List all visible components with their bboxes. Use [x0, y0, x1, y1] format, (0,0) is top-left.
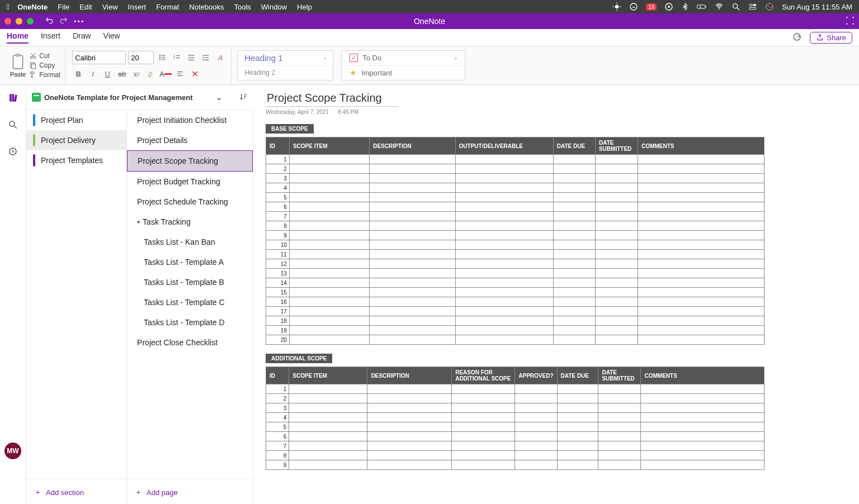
window-zoom-button[interactable] — [27, 18, 34, 25]
menubar-item-window[interactable]: Window — [261, 3, 287, 11]
tag-important[interactable]: Important — [361, 69, 392, 77]
table-row[interactable]: 14 — [266, 278, 764, 288]
styles-gallery[interactable]: Heading 1› Heading 2 — [237, 50, 333, 80]
italic-button[interactable]: I — [87, 68, 99, 80]
clear-formatting-button[interactable]: A — [214, 51, 226, 64]
page-canvas[interactable]: ▸ Project Scope Tracking Wednesday, Apri… — [253, 85, 859, 504]
font-family-select[interactable] — [72, 51, 126, 64]
share-button[interactable]: Share — [810, 32, 852, 44]
page-item[interactable]: Project Details — [127, 130, 253, 150]
indent-button[interactable] — [200, 51, 212, 64]
outdent-button[interactable] — [185, 51, 197, 64]
menubar-item-file[interactable]: File — [58, 3, 69, 11]
underline-button[interactable]: U — [101, 68, 114, 80]
notebook-header[interactable]: OneNote Template for Project Management … — [26, 85, 253, 110]
menubar-item-tools[interactable]: Tools — [234, 3, 251, 11]
control-center-icon[interactable] — [748, 2, 757, 11]
style-heading2[interactable]: Heading 2 — [244, 69, 275, 77]
siri-icon[interactable] — [765, 2, 774, 11]
table-row[interactable]: 18 — [266, 316, 764, 326]
table-row[interactable]: 7 — [266, 441, 764, 451]
menubar-item-insert[interactable]: Insert — [128, 3, 147, 11]
table-row[interactable]: 9 — [266, 231, 764, 240]
avatar[interactable]: MW — [4, 443, 21, 459]
add-page-button[interactable]: ＋Add page — [127, 479, 253, 504]
style-heading1[interactable]: Heading 1 — [244, 53, 282, 63]
page-item[interactable]: Tasks List - Kan Ban — [127, 232, 253, 252]
menubar-item-format[interactable]: Format — [156, 3, 179, 11]
window-minimize-button[interactable] — [16, 18, 22, 25]
collapse-caret-icon[interactable]: ▾ — [137, 218, 140, 226]
bold-button[interactable]: B — [72, 68, 84, 80]
notebooks-icon[interactable] — [6, 91, 20, 105]
table-row[interactable]: 5 — [266, 193, 764, 202]
page-item[interactable]: Project Budget Tracking — [127, 172, 253, 192]
page-item[interactable]: Project Scope Tracking — [127, 150, 253, 172]
cut-button[interactable]: Cut — [29, 52, 60, 60]
fullscreen-toggle-icon[interactable] — [846, 16, 855, 27]
table-row[interactable]: 16 — [266, 297, 764, 307]
page-item[interactable]: Tasks List - Template B — [127, 272, 253, 292]
page-title[interactable]: Project Scope Tracking — [266, 92, 399, 107]
sort-icon[interactable] — [239, 92, 248, 103]
notebook-chevron-icon[interactable]: ⌄ — [216, 93, 222, 102]
table-row[interactable]: 6 — [266, 202, 764, 212]
table-row[interactable]: 8 — [266, 451, 764, 460]
search-icon[interactable] — [6, 117, 20, 132]
highlight-button[interactable] — [145, 68, 157, 80]
page-item[interactable]: Tasks List - Template D — [127, 312, 253, 332]
recent-icon[interactable] — [6, 144, 20, 159]
bullets-button[interactable] — [156, 51, 168, 64]
section-item[interactable]: Project Plan — [26, 110, 126, 130]
table-row[interactable]: 10 — [266, 240, 764, 250]
table-row[interactable]: 1 — [266, 384, 764, 394]
additional-scope-table[interactable]: IDSCOPE ITEMDESCRIPTIONREASON FOR ADDITI… — [266, 367, 764, 470]
apple-icon[interactable]:  — [7, 2, 10, 11]
undo-button[interactable] — [45, 16, 54, 27]
table-row[interactable]: 13 — [266, 269, 764, 278]
table-row[interactable]: 4 — [266, 413, 764, 422]
align-button[interactable] — [174, 68, 186, 80]
table-row[interactable]: 4 — [266, 183, 764, 193]
page-item[interactable]: Tasks List - Template A — [127, 252, 253, 272]
status-icon-1[interactable] — [612, 2, 621, 11]
ribbon-tab-insert[interactable]: Insert — [41, 31, 60, 44]
status-record-icon[interactable] — [664, 2, 673, 11]
menubar-clock[interactable]: Sun Aug 15 11:55 AM — [782, 3, 852, 11]
subscript-button[interactable]: x2 — [130, 68, 143, 80]
ribbon-tab-draw[interactable]: Draw — [73, 31, 91, 44]
table-row[interactable]: 2 — [266, 394, 764, 403]
sync-icon[interactable] — [792, 32, 802, 44]
table-row[interactable]: 3 — [266, 403, 764, 413]
table-row[interactable]: 9 — [266, 460, 764, 470]
menubar-app-name[interactable]: OneNote — [17, 3, 48, 11]
table-row[interactable]: 8 — [266, 221, 764, 231]
table-row[interactable]: 7 — [266, 212, 764, 221]
table-row[interactable]: 3 — [266, 174, 764, 183]
redo-button[interactable] — [59, 16, 68, 27]
ribbon-tab-view[interactable]: View — [103, 31, 120, 44]
window-close-button[interactable] — [4, 18, 11, 25]
section-item[interactable]: Project Templates — [26, 150, 126, 170]
menubar-item-edit[interactable]: Edit — [79, 3, 92, 11]
battery-icon[interactable] — [697, 2, 707, 12]
numbering-button[interactable]: 12 — [171, 51, 183, 64]
table-row[interactable]: 2 — [266, 164, 764, 174]
delete-button[interactable]: ✕ — [188, 68, 201, 80]
menubar-item-notebooks[interactable]: Notebooks — [189, 3, 224, 11]
menubar-item-help[interactable]: Help — [297, 3, 312, 11]
font-size-select[interactable] — [128, 51, 154, 64]
base-scope-table[interactable]: IDSCOPE ITEMDESCRIPTIONOUTPUT/DELIVERABL… — [266, 137, 764, 345]
table-row[interactable]: 11 — [266, 250, 764, 259]
copy-button[interactable]: Copy — [29, 61, 60, 69]
tags-gallery[interactable]: ✓To Do› ★Important — [341, 50, 465, 80]
wifi-icon[interactable] — [715, 2, 724, 11]
page-item[interactable]: Project Initiation Checklist — [127, 110, 253, 130]
page-item[interactable]: ▾Task Tracking — [127, 212, 253, 232]
table-row[interactable]: 19 — [266, 326, 764, 335]
tag-todo[interactable]: To Do — [362, 54, 381, 62]
section-item[interactable]: Project Delivery — [26, 130, 126, 150]
add-section-button[interactable]: ＋Add section — [26, 479, 126, 504]
font-color-button[interactable]: A — [159, 68, 172, 80]
page-item[interactable]: Project Schedule Tracking — [127, 192, 253, 212]
